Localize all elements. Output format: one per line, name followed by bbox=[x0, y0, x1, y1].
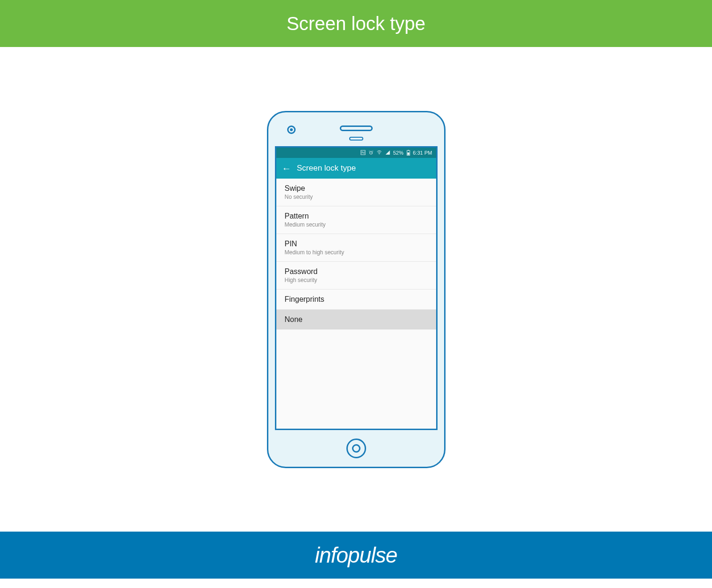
brand-logo-text: infopulse bbox=[315, 542, 397, 568]
lock-options-list: Swipe No security Pattern Medium securit… bbox=[276, 179, 436, 429]
lock-option-password[interactable]: Password High security bbox=[276, 262, 436, 290]
lock-option-title: PIN bbox=[285, 240, 428, 248]
top-banner-title: Screen lock type bbox=[287, 13, 426, 34]
status-bar: 52% 6:31 PM bbox=[276, 148, 436, 158]
lock-option-none[interactable]: None bbox=[276, 310, 436, 329]
battery-icon bbox=[407, 150, 410, 156]
status-time: 6:31 PM bbox=[413, 150, 432, 156]
lock-option-title: None bbox=[285, 315, 428, 324]
bottom-banner: infopulse bbox=[0, 532, 712, 579]
lock-option-title: Swipe bbox=[285, 184, 428, 193]
alarm-icon bbox=[368, 150, 374, 155]
lock-option-subtitle: High security bbox=[285, 277, 428, 283]
phone-speaker-icon bbox=[340, 125, 373, 131]
phone-frame: 52% 6:31 PM ← Screen lock type Swipe No … bbox=[267, 111, 446, 468]
lock-option-title: Fingerprints bbox=[285, 295, 428, 304]
lock-option-fingerprints[interactable]: Fingerprints bbox=[276, 290, 436, 310]
lock-option-subtitle: No security bbox=[285, 194, 428, 200]
lock-option-subtitle: Medium to high security bbox=[285, 249, 428, 256]
wifi-icon bbox=[376, 150, 382, 155]
phone-screen: 52% 6:31 PM ← Screen lock type Swipe No … bbox=[275, 146, 438, 430]
app-bar: ← Screen lock type bbox=[276, 158, 436, 179]
signal-icon bbox=[385, 150, 391, 155]
lock-option-pin[interactable]: PIN Medium to high security bbox=[276, 234, 436, 262]
phone-home-button-icon[interactable] bbox=[346, 439, 366, 458]
svg-point-2 bbox=[379, 154, 379, 154]
lock-option-title: Password bbox=[285, 267, 428, 276]
svg-rect-4 bbox=[407, 150, 408, 150]
app-bar-title: Screen lock type bbox=[297, 164, 356, 173]
lock-option-title: Pattern bbox=[285, 212, 428, 220]
content-area: 52% 6:31 PM ← Screen lock type Swipe No … bbox=[0, 47, 712, 532]
lock-option-subtitle: Medium security bbox=[285, 221, 428, 228]
lock-option-swipe[interactable]: Swipe No security bbox=[276, 179, 436, 206]
lock-option-pattern[interactable]: Pattern Medium security bbox=[276, 206, 436, 234]
phone-sensor-icon bbox=[349, 137, 363, 141]
status-battery-percent: 52% bbox=[393, 150, 404, 156]
svg-rect-5 bbox=[407, 152, 409, 155]
phone-camera-icon bbox=[287, 125, 296, 134]
back-arrow-icon[interactable]: ← bbox=[282, 164, 291, 173]
top-banner: Screen lock type bbox=[0, 0, 712, 47]
nfc-icon bbox=[360, 150, 366, 155]
